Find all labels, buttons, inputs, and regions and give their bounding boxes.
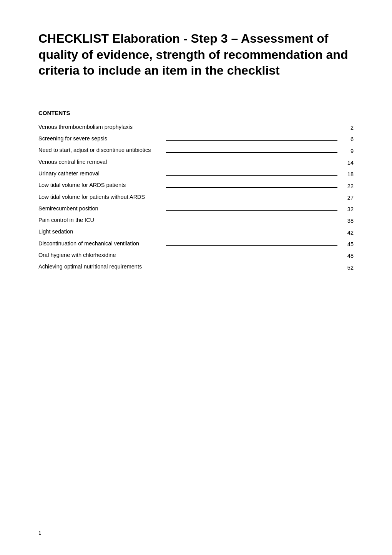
main-title: CHECKLIST Elaboration - Step 3 – Assessm… xyxy=(38,31,354,79)
toc-row: Light sedation42 xyxy=(38,228,354,235)
toc-dots xyxy=(166,129,337,129)
toc-row: Need to start, adjust or discontinue ant… xyxy=(38,146,354,154)
toc-row: Low tidal volume for patients without AR… xyxy=(38,193,354,201)
toc-row: Venous central line removal14 xyxy=(38,158,354,166)
toc-item-text: Achieving optimal nutritional requiremen… xyxy=(38,263,161,270)
toc-list: Venous thromboembolism prophylaxis2Scree… xyxy=(38,123,354,271)
toc-row: Venous thromboembolism prophylaxis2 xyxy=(38,123,354,131)
toc-dots xyxy=(166,175,337,176)
toc-row: Achieving optimal nutritional requiremen… xyxy=(38,263,354,270)
toc-page-number: 42 xyxy=(342,230,354,236)
toc-item-text: Discontinuation of mechanical ventilatio… xyxy=(38,240,161,247)
toc-dots xyxy=(166,199,337,199)
toc-row: Low tidal volume for ARDS patients22 xyxy=(38,181,354,189)
toc-dots xyxy=(166,222,337,222)
toc-dots xyxy=(166,152,337,153)
toc-page-number: 48 xyxy=(342,253,354,259)
toc-item-text: Low tidal volume for patients without AR… xyxy=(38,193,161,201)
toc-page-number: 9 xyxy=(342,148,354,154)
toc-item-text: Low tidal volume for ARDS patients xyxy=(38,181,161,189)
page-number: 1 xyxy=(38,530,41,536)
toc-row: Oral hygiene with chlorhexidine48 xyxy=(38,251,354,259)
contents-section: CONTENTS Venous thromboembolism prophyla… xyxy=(38,110,354,271)
toc-page-number: 45 xyxy=(342,241,354,247)
toc-page-number: 6 xyxy=(342,136,354,142)
toc-dots xyxy=(166,269,337,269)
page: CHECKLIST Elaboration - Step 3 – Assessm… xyxy=(0,0,392,555)
toc-dots xyxy=(166,140,337,141)
toc-row: Discontinuation of mechanical ventilatio… xyxy=(38,240,354,247)
toc-item-text: Need to start, adjust or discontinue ant… xyxy=(38,146,161,154)
toc-item-text: Venous thromboembolism prophylaxis xyxy=(38,123,161,131)
toc-page-number: 27 xyxy=(342,195,354,201)
toc-page-number: 38 xyxy=(342,218,354,224)
toc-dots xyxy=(166,234,337,234)
toc-dots xyxy=(166,257,337,257)
toc-page-number: 14 xyxy=(342,160,354,166)
toc-item-text: Venous central line removal xyxy=(38,158,161,166)
toc-item-text: Urinary catheter removal xyxy=(38,170,161,177)
toc-row: Urinary catheter removal18 xyxy=(38,170,354,177)
toc-page-number: 52 xyxy=(342,265,354,271)
toc-page-number: 18 xyxy=(342,171,354,177)
toc-row: Screening for severe sepsis6 xyxy=(38,135,354,142)
toc-item-text: Semirecumbent position xyxy=(38,205,161,212)
toc-item-text: Light sedation xyxy=(38,228,161,235)
toc-dots xyxy=(166,245,337,246)
toc-row: Semirecumbent position32 xyxy=(38,205,354,212)
toc-page-number: 2 xyxy=(342,125,354,131)
toc-page-number: 32 xyxy=(342,206,354,212)
contents-label: CONTENTS xyxy=(38,110,354,116)
toc-dots xyxy=(166,187,337,188)
toc-page-number: 22 xyxy=(342,183,354,189)
toc-dots xyxy=(166,210,337,211)
toc-item-text: Oral hygiene with chlorhexidine xyxy=(38,251,161,259)
toc-dots xyxy=(166,164,337,164)
toc-row: Pain control in the ICU38 xyxy=(38,216,354,224)
toc-item-text: Screening for severe sepsis xyxy=(38,135,161,142)
toc-item-text: Pain control in the ICU xyxy=(38,216,161,224)
